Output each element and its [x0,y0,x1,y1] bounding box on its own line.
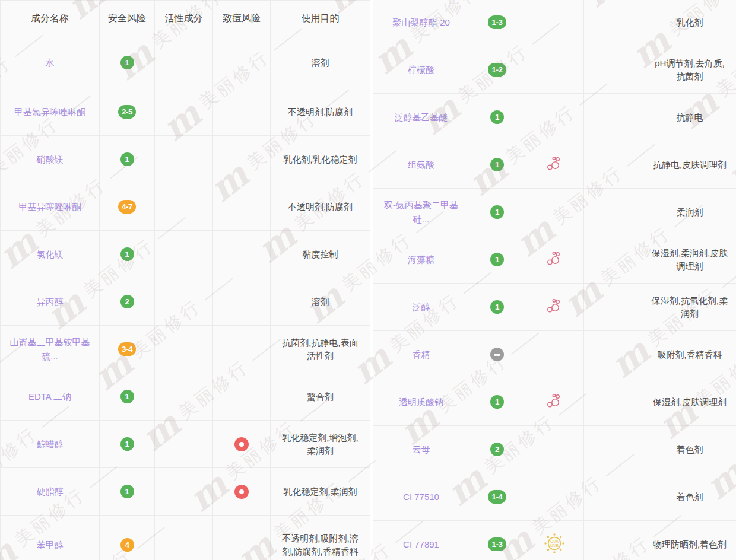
ingredient-row[interactable]: 透明质酸钠1保湿剂,皮肤调理剂 [373,378,736,426]
ingredient-name-link[interactable]: 透明质酸钠 [399,397,443,407]
acne-risk-cell [213,183,271,231]
ingredient-row[interactable]: 柠檬酸1-2pH调节剂,去角质,抗菌剂 [373,46,736,94]
active-ingredient-cell [155,421,213,468]
ingredient-name-link[interactable]: 水 [46,58,55,68]
active-ingredient-cell [525,141,584,189]
ingredient-name-link[interactable]: 硬脂醇 [37,486,64,497]
safety-risk-badge: 4 [120,538,134,552]
ingredient-row[interactable]: 硝酸镁1乳化剂,乳化稳定剂 [1,136,370,183]
ingredient-name-cell: EDTA 二钠 [1,373,100,421]
ingredient-name-cell: 甲基氯异噻唑啉酮 [1,88,100,136]
acne-risk-cell [584,236,643,284]
ingredient-row[interactable]: 香精吸附剂,香精香料 [373,331,736,378]
ingredient-name-link[interactable]: 云母 [413,444,430,454]
ingredient-name-cell: 双-氨丙基聚二甲基硅... [373,189,469,236]
ingredient-name-link[interactable]: 甲基异噻唑啉酮 [19,202,81,212]
acne-risk-cell [584,521,643,560]
safety-risk-cell: 1-3 [469,0,525,46]
usage-purpose-cell: 保湿剂,柔润剂,皮肤调理剂 [643,236,736,284]
ingredient-name-cell: 山嵛基三甲基铵甲基硫... [1,326,100,373]
ingredient-name-link[interactable]: 泛醇基乙基醚 [395,112,448,122]
ingredient-name-link[interactable]: CI 77510 [403,492,439,502]
ingredient-name-cell: CI 77510 [373,473,469,521]
active-bubbles-icon [547,393,563,409]
ingredient-row[interactable]: CI 775101-4着色剂 [373,473,736,521]
ingredient-name-link[interactable]: 组氨酸 [408,160,434,170]
safety-risk-cell: 2-5 [100,88,155,136]
ingredient-name-link[interactable]: 海藻糖 [408,254,434,265]
active-bubbles-icon [547,155,563,172]
ingredient-name-link[interactable]: 聚山梨醇酯-20 [392,17,450,27]
ingredient-name-link[interactable]: 柠檬酸 [408,65,434,75]
ingredient-name-link[interactable]: CI 77891 [403,539,439,549]
ingredient-row[interactable]: 甲基氯异噻唑啉酮2-5不透明剂,防腐剂 [1,88,370,136]
safety-risk-badge: 1 [490,158,504,171]
safety-risk-badge: 1 [120,152,134,166]
ingredient-name-cell: 苯甲醇 [1,516,100,560]
safety-risk-cell: 1-4 [469,473,525,521]
ingredient-name-link[interactable]: 异丙醇 [37,297,64,307]
ingredient-name-link[interactable]: 泛醇 [413,302,430,312]
ingredient-row[interactable]: EDTA 二钠1螯合剂 [1,373,370,421]
ingredient-row[interactable]: 泛醇基乙基醚1抗静电 [373,94,736,141]
ingredient-row[interactable]: 山嵛基三甲基铵甲基硫...3-4抗菌剂,抗静电,表面活性剂 [1,326,370,373]
ingredient-row[interactable]: 苯甲醇4不透明剂,吸附剂,溶剂,防腐剂,香精香料 [1,516,370,560]
svg-text:UVB: UVB [550,543,559,548]
ingredient-row[interactable]: 云母2着色剂 [373,426,736,473]
ingredient-row[interactable]: 双-氨丙基聚二甲基硅...1柔润剂 [373,189,736,236]
ingredient-name-link[interactable]: 氯化镁 [37,249,64,259]
active-ingredient-cell [155,373,213,421]
usage-purpose-cell: 溶剂 [271,278,370,326]
ingredient-name-link[interactable]: EDTA 二钠 [28,392,71,402]
acne-risk-cell [213,37,271,88]
svg-text:UVA: UVA [550,539,559,543]
active-ingredient-cell [525,189,584,236]
safety-risk-badge: 1 [120,437,134,451]
safety-risk-cell: 1 [100,373,155,421]
ingredient-row[interactable]: 泛醇1保湿剂,抗氧化剂,柔润剂 [373,284,736,331]
no-data-minus-icon [494,354,500,356]
col-header-usage-purpose: 使用目的 [271,1,370,37]
ingredient-row[interactable]: 硬脂醇1乳化稳定剂,柔润剂 [1,468,370,516]
ingredient-name-link[interactable]: 双-氨丙基聚二甲基硅... [384,200,458,224]
ingredient-row[interactable]: 鲸蜡醇1乳化稳定剂,增泡剂,柔润剂 [1,421,370,468]
safety-risk-badge: 1 [490,395,504,409]
acne-risk-cell [584,378,643,426]
usage-purpose-cell: 保湿剂,抗氧化剂,柔润剂 [643,284,736,331]
ingredient-name-cell: 聚山梨醇酯-20 [373,0,469,46]
acne-risk-icon [234,485,249,499]
ingredient-row[interactable]: 水1溶剂 [1,37,370,88]
usage-purpose-cell: 吸附剂,香精香料 [643,331,736,378]
ingredient-name-link[interactable]: 硝酸镁 [37,154,64,164]
active-ingredient-cell [155,231,213,278]
active-bubbles-icon [547,298,563,314]
ingredient-name-link[interactable]: 鲸蜡醇 [37,439,64,449]
ingredient-row[interactable]: 组氨酸1抗静电,皮肤调理剂 [373,141,736,189]
ingredient-name-cell: 鲸蜡醇 [1,421,100,468]
safety-risk-cell: 1 [100,231,155,278]
ingredient-row[interactable]: CI 778911-3UVAUVB物理防晒剂,着色剂 [373,521,736,560]
ingredient-name-link[interactable]: 香精 [413,349,430,359]
safety-risk-badge: 4-7 [118,200,136,214]
acne-risk-cell [584,0,643,46]
ingredient-name-link[interactable]: 甲基氯异噻唑啉酮 [14,107,85,117]
ingredient-table-left: 成分名称 安全风险 活性成分 致痘风险 使用目的 水1溶剂甲基氯异噻唑啉酮2-5… [0,0,370,560]
safety-risk-cell: 1-2 [469,46,525,94]
ingredient-name-link[interactable]: 苯甲醇 [37,540,64,550]
ingredient-row[interactable]: 氯化镁1黏度控制 [1,231,370,278]
ingredient-name-link[interactable]: 山嵛基三甲基铵甲基硫... [10,337,90,361]
ingredient-row[interactable]: 海藻糖1保湿剂,柔润剂,皮肤调理剂 [373,236,736,284]
ingredient-row[interactable]: 异丙醇2溶剂 [1,278,370,326]
safety-risk-badge [490,348,504,361]
safety-risk-badge: 1 [490,110,504,124]
safety-risk-cell: 2 [469,426,525,473]
ingredient-row[interactable]: 甲基异噻唑啉酮4-7不透明剂,防腐剂 [1,183,370,231]
usage-purpose-cell: 螯合剂 [271,373,370,421]
usage-purpose-cell: 溶剂 [271,37,370,88]
safety-risk-cell: 1 [469,141,525,189]
ingredient-row[interactable]: 聚山梨醇酯-201-3乳化剂 [373,0,736,46]
acne-risk-cell [213,468,271,516]
acne-risk-cell [213,88,271,136]
usage-purpose-cell: 抗菌剂,抗静电,表面活性剂 [271,326,370,373]
safety-risk-badge: 1 [490,205,504,219]
